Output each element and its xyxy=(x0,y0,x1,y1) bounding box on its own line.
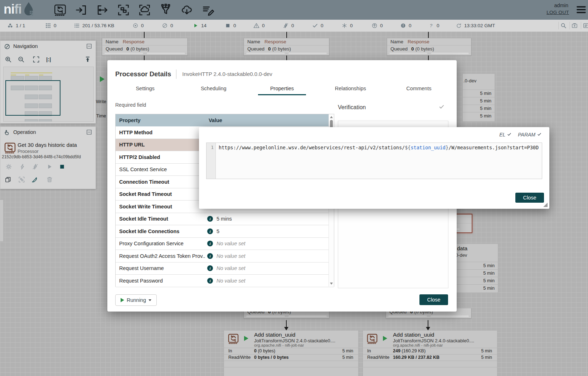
connection-label[interactable]: NameResponseQueued0(0 bytes) xyxy=(387,38,471,56)
copy-icon[interactable] xyxy=(5,176,11,183)
connection-name-value: Response xyxy=(408,39,429,44)
color-icon[interactable] xyxy=(31,176,38,183)
property-value[interactable]: 5 mins xyxy=(217,216,232,222)
property-row-socket-idle-timeout[interactable]: Socket Idle Timeouti5 mins xyxy=(116,213,334,226)
remote-process-group-icon[interactable] xyxy=(138,4,151,16)
processor-partial[interactable] xyxy=(0,199,4,242)
connection-label[interactable]: NameResponseQueued0(0 bytes) xyxy=(244,38,329,56)
minimap-component xyxy=(25,119,38,122)
status-list: 201 / 53.76 KB xyxy=(74,20,114,32)
status-count: 0 xyxy=(380,23,383,28)
list-icon xyxy=(74,23,80,29)
processor-icon[interactable] xyxy=(54,4,67,16)
status-valid: 0 xyxy=(312,20,324,32)
birdseye-up-icon[interactable] xyxy=(84,56,91,64)
label-icon[interactable] xyxy=(201,4,214,16)
actual-size-icon[interactable]: |:| xyxy=(46,56,51,62)
global-menu-icon[interactable] xyxy=(576,5,586,16)
property-value[interactable]: No value set xyxy=(217,265,246,271)
info-icon[interactable]: i xyxy=(207,241,213,246)
info-icon[interactable]: i xyxy=(207,228,213,234)
current-user-label: admin xyxy=(554,3,569,8)
group-icon[interactable] xyxy=(18,176,25,183)
property-row-request-password[interactable]: Request PasswordiNo value set xyxy=(116,275,334,287)
property-value[interactable]: No value set xyxy=(217,278,246,284)
minimap-component xyxy=(39,119,52,122)
info-icon[interactable]: i xyxy=(207,265,213,271)
dialog-subtitle: InvokeHTTP 2.4.0-stackable0.0.0-dev xyxy=(176,69,272,79)
first-aid-icon[interactable] xyxy=(572,20,578,32)
locally-modified-icon xyxy=(400,23,406,29)
birdseye-minimap[interactable] xyxy=(3,67,94,122)
read-write-label-fragment: Write xyxy=(96,99,106,104)
zoom-fit-icon[interactable] xyxy=(33,56,40,64)
minimap-viewport[interactable] xyxy=(5,80,60,116)
collapse-icon[interactable] xyxy=(86,129,92,136)
property-row-request-oauth2-access-token-prov[interactable]: Request OAuth2 Access Token Prov...iNo v… xyxy=(116,250,334,262)
queued-size: (0 bytes) xyxy=(416,46,434,52)
connection-label[interactable]: NameResponseQueued0(0 bytes) xyxy=(102,38,188,56)
tab-relationships[interactable]: Relationships xyxy=(316,82,385,95)
info-icon[interactable]: i xyxy=(207,216,213,222)
processor-add-station-uuid[interactable]: Add station_uuidJoltTransformJSON 2.4.0-… xyxy=(224,330,359,376)
info-icon[interactable]: i xyxy=(207,278,213,284)
value-code-editor[interactable]: 1 https://www.pegelonline.wsv.de/webserv… xyxy=(206,143,542,179)
funnel-icon[interactable] xyxy=(159,4,172,16)
selected-component-id: 2152c9db-b853-3d46-84f8-c74c09bdd5fd xyxy=(2,154,81,159)
connection-line[interactable] xyxy=(286,320,287,327)
scroll-up-icon[interactable] xyxy=(330,116,333,118)
configure-icon[interactable] xyxy=(5,163,12,170)
refresh-status[interactable]: 13:33:02 GMT xyxy=(456,20,495,32)
processor-partial[interactable]: data0.0-dev5 min5 min5 min5 min xyxy=(449,244,498,293)
property-value[interactable]: 5 xyxy=(217,228,219,234)
stat-row: 5 min xyxy=(450,277,498,284)
editor-content[interactable]: https://www.pegelonline.wsv.de/webservic… xyxy=(216,143,542,179)
run-state-button[interactable]: Running xyxy=(115,294,157,306)
nifi-application: NameResponseQueued0(0 bytes)NameResponse… xyxy=(0,0,588,376)
zoom-in-icon[interactable] xyxy=(5,56,12,64)
refresh-icon[interactable] xyxy=(456,23,462,29)
column-header-property: Property xyxy=(116,114,209,126)
delete-icon[interactable] xyxy=(46,176,53,183)
tab-comments[interactable]: Comments xyxy=(385,82,453,95)
output-port-icon[interactable] xyxy=(96,4,109,16)
property-row-socket-idle-connections[interactable]: Socket Idle Connectionsi5 xyxy=(116,225,334,238)
enable-icon[interactable] xyxy=(19,163,26,170)
processor-icon xyxy=(366,333,378,346)
tab-properties[interactable]: Properties xyxy=(248,82,316,95)
resize-handle[interactable] xyxy=(543,203,548,207)
processor-add-station-uuid[interactable]: Add station_uuidJoltTransformJSON 2.4.0-… xyxy=(363,330,497,376)
tab-settings[interactable]: Settings xyxy=(111,82,179,95)
status-warning: 0 xyxy=(253,20,265,32)
check-icon xyxy=(537,132,541,138)
property-row-request-username[interactable]: Request UsernameiNo value set xyxy=(116,262,334,275)
editor-line-number: 1 xyxy=(206,143,216,179)
processor-partial[interactable]: .0-dev5 min5 min5 min5 min xyxy=(462,73,495,122)
process-group-icon[interactable] xyxy=(117,4,130,16)
scroll-down-icon[interactable] xyxy=(330,283,333,285)
connection-line[interactable] xyxy=(428,320,428,327)
logout-link[interactable]: LOG OUT xyxy=(546,10,569,15)
info-icon[interactable]: i xyxy=(207,253,213,259)
zoom-out-icon[interactable] xyxy=(18,56,25,64)
close-button[interactable]: Close xyxy=(419,294,448,305)
notes-icon[interactable] xyxy=(583,20,588,32)
template-icon[interactable] xyxy=(180,4,193,16)
property-row-proxy-configuration-service[interactable]: Proxy Configuration ServiceiNo value set xyxy=(116,238,334,250)
property-name: Request Password xyxy=(116,278,205,284)
stop-icon[interactable] xyxy=(59,163,65,170)
input-port-icon[interactable] xyxy=(75,4,88,16)
search-icon[interactable] xyxy=(560,20,567,32)
disable-icon[interactable] xyxy=(32,163,39,170)
start-icon[interactable] xyxy=(46,163,53,170)
verification-check-icon[interactable] xyxy=(439,104,444,111)
property-value[interactable]: No value set xyxy=(217,241,246,246)
collapse-icon[interactable] xyxy=(86,43,92,50)
running-icon xyxy=(193,23,199,29)
property-value[interactable]: No value set xyxy=(217,253,246,259)
minimap-component xyxy=(39,74,43,76)
connection-name-label: Name xyxy=(247,39,260,44)
editor-close-button[interactable]: Close xyxy=(515,193,544,203)
queued-count: 0 xyxy=(268,46,271,52)
tab-scheduling[interactable]: Scheduling xyxy=(179,82,248,95)
